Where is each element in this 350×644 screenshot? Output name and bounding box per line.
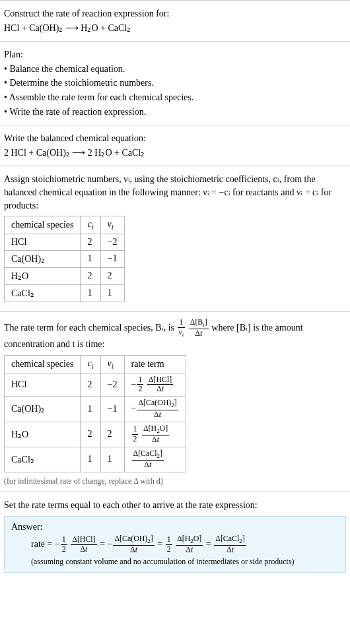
header-section: Construct the rate of reaction expressio… bbox=[0, 0, 350, 41]
header-title: Construct the rate of reaction expressio… bbox=[4, 7, 346, 20]
answer-note: (assuming constant volume and no accumul… bbox=[11, 557, 339, 567]
cell-ci: 1 bbox=[81, 284, 100, 302]
stoich-intro: Assign stoichiometric numbers, νᵢ, using… bbox=[4, 173, 346, 212]
rateterm-intro-a: The rate term for each chemical species,… bbox=[4, 323, 177, 333]
table-row: CaCl₂ 1 1 Δ[CaCl2]Δt bbox=[5, 447, 186, 472]
plan-section: Plan: • Balance the chemical equation. •… bbox=[0, 41, 350, 125]
cell-vi: 1 bbox=[100, 284, 124, 302]
cell-ci: 2 bbox=[81, 373, 100, 397]
cell-ci: 2 bbox=[81, 234, 100, 250]
stoich-table: chemical species ci νi HCl 2 −2 Ca(OH)₂ … bbox=[4, 216, 125, 302]
final-section: Set the rate terms equal to each other t… bbox=[0, 492, 350, 578]
plan-item: • Balance the chemical equation. bbox=[4, 63, 346, 76]
final-title: Set the rate terms equal to each other t… bbox=[4, 499, 346, 512]
cell-species: HCl bbox=[5, 234, 81, 250]
plan-item: • Assemble the rate term for each chemic… bbox=[4, 91, 346, 104]
frac-one-over-nu: 1νi bbox=[178, 319, 186, 338]
table-header-row: chemical species ci νi rate term bbox=[5, 355, 186, 373]
header-equation: HCl + Ca(OH)₂ ⟶ H₂O + CaCl₂ bbox=[4, 22, 346, 35]
cell-vi: 1 bbox=[100, 447, 124, 472]
th-ci: ci bbox=[81, 216, 100, 234]
plan-item: • Determine the stoichiometric numbers. bbox=[4, 77, 346, 90]
table-row: HCl 2 −2 bbox=[5, 234, 125, 250]
th-vi: νi bbox=[100, 216, 124, 234]
answer-box: Answer: rate = −12 Δ[HCl]Δt = −Δ[Ca(OH)2… bbox=[4, 516, 346, 573]
plan-item: • Write the rate of reaction expression. bbox=[4, 106, 346, 119]
cell-species: H₂O bbox=[5, 422, 81, 447]
cell-vi: −1 bbox=[100, 250, 124, 267]
rateterm-table: chemical species ci νi rate term HCl 2 −… bbox=[4, 355, 186, 472]
table-row: HCl 2 −2 −12 Δ[HCl]Δt bbox=[5, 373, 186, 397]
cell-vi: 2 bbox=[100, 267, 124, 284]
frac-dBi-dt: Δ[Bi]Δt bbox=[189, 319, 209, 338]
balanced-section: Write the balanced chemical equation: 2 … bbox=[0, 125, 350, 166]
rateterm-section: The rate term for each chemical species,… bbox=[0, 311, 350, 492]
stoich-section: Assign stoichiometric numbers, νᵢ, using… bbox=[0, 166, 350, 311]
th-rate: rate term bbox=[124, 355, 186, 373]
cell-rate: −Δ[Ca(OH)2]Δt bbox=[124, 397, 186, 422]
cell-vi: −2 bbox=[100, 373, 124, 397]
table-row: CaCl₂ 1 1 bbox=[5, 284, 125, 302]
table-row: H₂O 2 2 bbox=[5, 267, 125, 284]
cell-vi: −2 bbox=[100, 234, 124, 250]
table-row: H₂O 2 2 12 Δ[H2O]Δt bbox=[5, 422, 186, 447]
cell-species: H₂O bbox=[5, 267, 81, 284]
cell-rate: Δ[CaCl2]Δt bbox=[124, 447, 186, 472]
th-ci: ci bbox=[81, 355, 100, 373]
cell-species: CaCl₂ bbox=[5, 447, 81, 472]
th-species: chemical species bbox=[5, 355, 81, 373]
cell-species: Ca(OH)₂ bbox=[5, 397, 81, 422]
table-row: Ca(OH)₂ 1 −1 bbox=[5, 250, 125, 267]
cell-vi: 2 bbox=[100, 422, 124, 447]
cell-ci: 1 bbox=[81, 397, 100, 422]
cell-vi: −1 bbox=[100, 397, 124, 422]
table-header-row: chemical species ci νi bbox=[5, 216, 125, 234]
rateterm-intro: The rate term for each chemical species,… bbox=[4, 319, 346, 351]
th-species: chemical species bbox=[5, 216, 81, 234]
balanced-equation: 2 HCl + Ca(OH)₂ ⟶ 2 H₂O + CaCl₂ bbox=[4, 146, 346, 160]
cell-rate: −12 Δ[HCl]Δt bbox=[124, 373, 186, 397]
cell-species: HCl bbox=[5, 373, 81, 397]
answer-rate-expression: rate = −12 Δ[HCl]Δt = −Δ[Ca(OH)2]Δt = 12… bbox=[11, 535, 339, 554]
table-row: Ca(OH)₂ 1 −1 −Δ[Ca(OH)2]Δt bbox=[5, 397, 186, 422]
rateterm-note: (for infinitesimal rate of change, repla… bbox=[4, 476, 346, 486]
cell-ci: 1 bbox=[81, 250, 100, 267]
cell-species: CaCl₂ bbox=[5, 284, 81, 302]
cell-ci: 2 bbox=[81, 267, 100, 284]
cell-rate: 12 Δ[H2O]Δt bbox=[124, 422, 186, 447]
cell-species: Ca(OH)₂ bbox=[5, 250, 81, 267]
balanced-title: Write the balanced chemical equation: bbox=[4, 132, 346, 145]
cell-ci: 2 bbox=[81, 422, 100, 447]
rate-prefix: rate = bbox=[31, 538, 55, 548]
th-vi: νi bbox=[100, 355, 124, 373]
plan-title: Plan: bbox=[4, 48, 346, 61]
cell-ci: 1 bbox=[81, 447, 100, 472]
answer-label: Answer: bbox=[11, 522, 339, 532]
